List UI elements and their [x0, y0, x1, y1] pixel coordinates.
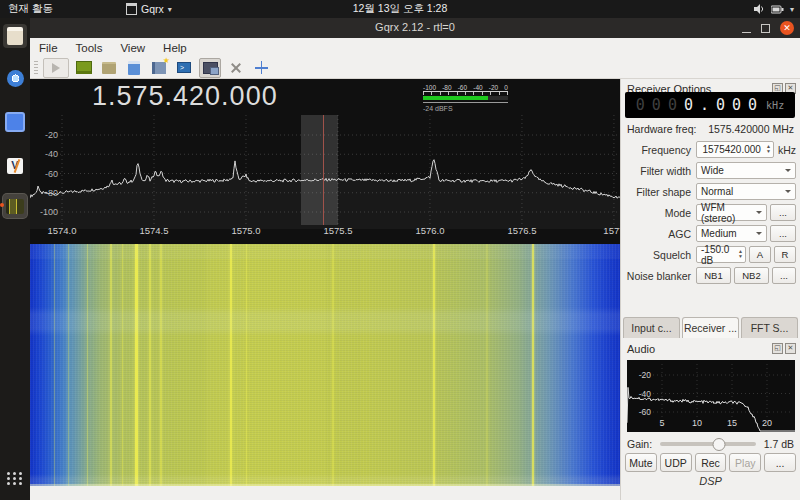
menu-tools[interactable]: Tools [67, 42, 112, 54]
tab-receiver-options[interactable]: Receiver ... [682, 317, 739, 338]
waterfall[interactable] [30, 244, 620, 486]
audio-y-axis-label: -60 [631, 407, 651, 417]
float-panel-icon[interactable]: ◱ [772, 343, 783, 354]
audio-spectrum-plot[interactable]: -20-40-605101520 [627, 360, 795, 432]
dock-item-gqrx[interactable] [3, 194, 27, 218]
rec-button[interactable]: Rec [695, 453, 727, 472]
restore-button[interactable] [761, 24, 770, 33]
io-devices-button[interactable] [74, 59, 94, 77]
agc-options-button[interactable]: ... [770, 225, 796, 242]
open-button[interactable] [99, 59, 119, 77]
minimize-button[interactable] [742, 32, 751, 33]
lcd-unit: kHz [766, 100, 784, 111]
vim-icon: V [7, 158, 23, 174]
chromium-icon [7, 70, 24, 87]
agc-select[interactable]: Medium [696, 225, 767, 242]
squelch-reset-button[interactable]: R [774, 246, 796, 263]
audio-x-axis-label: 15 [727, 418, 737, 428]
volume-icon [754, 4, 765, 14]
save-button[interactable] [124, 59, 144, 77]
desktop: 현재 활동 Gqrx ▾ 12월 13일 오후 1:28 ▾ V Gqrx 2.… [0, 0, 800, 500]
menu-file[interactable]: File [30, 42, 67, 54]
y-axis-label: -40 [32, 149, 58, 159]
gain-label: Gain: [627, 438, 652, 450]
hardware-freq-label: Hardware freq: [627, 123, 696, 135]
x-axis-label: 1576.5 [507, 225, 536, 236]
receiver-options-panel: Receiver Options ◱ ✕ 000 0.000 kHz Hardw… [620, 79, 800, 500]
filter-shape-select[interactable]: Normal [696, 183, 796, 200]
show-applications-button[interactable] [3, 466, 27, 490]
nb2-button[interactable]: NB2 [734, 267, 769, 284]
mode-select[interactable]: WFM (stereo) [696, 204, 767, 221]
nb1-button[interactable]: NB1 [696, 267, 731, 284]
y-axis-label: -80 [32, 188, 58, 198]
mute-button[interactable]: Mute [625, 453, 657, 472]
squelch-spinbox[interactable]: -150.0 dB▲▼ [696, 246, 746, 263]
mode-options-button[interactable]: ... [770, 204, 796, 221]
menu-help[interactable]: Help [154, 42, 196, 54]
dock-item-chromium[interactable] [3, 66, 27, 90]
dock: V [0, 18, 30, 500]
terminal-icon: > [177, 62, 191, 73]
clock[interactable]: 12월 13일 오후 1:28 [0, 2, 800, 16]
tab-input-controls[interactable]: Input c... [623, 317, 680, 338]
panadapter[interactable]: 1.575.420.000 -100-80-60-40-200 -24 dBFS… [30, 79, 620, 244]
menu-view[interactable]: View [111, 42, 154, 54]
play-button: Play [729, 453, 761, 472]
folder-icon [102, 62, 116, 74]
filter-shape-label: Filter shape [625, 186, 691, 198]
filter-bandwidth-band[interactable] [301, 115, 338, 225]
frequency-label: Frequency [625, 144, 691, 156]
nb-options-button[interactable]: ... [772, 267, 796, 284]
tuning-line[interactable] [323, 115, 324, 225]
offset-frequency-lcd[interactable]: 000 0.000 kHz [625, 92, 795, 118]
audio-panel-title: Audio [627, 343, 655, 355]
drag-handle[interactable] [34, 61, 38, 75]
frequency-spinbox[interactable]: 1575420.000▲▼ [696, 141, 774, 158]
dock-item-files[interactable] [3, 24, 27, 48]
fullscreen-button[interactable] [251, 59, 271, 77]
audio-y-axis-label: -40 [631, 389, 651, 399]
dock-tabs: Input c... Receiver ... FFT S... [623, 317, 798, 338]
audio-y-axis-label: -20 [631, 370, 651, 380]
noise-blanker-label: Noise blanker [625, 270, 691, 282]
x-axis-label: 1575.5 [323, 225, 352, 236]
frequency-unit: kHz [778, 144, 796, 156]
start-dsp-button[interactable] [43, 58, 69, 78]
agc-label: AGC [625, 228, 691, 240]
window-bottom-strip [30, 486, 620, 500]
bookmarks-button[interactable] [149, 59, 169, 77]
floppy-icon [128, 61, 140, 75]
dsp-label: DSP [621, 475, 800, 487]
audio-options-button[interactable]: ... [764, 453, 796, 472]
lcd-dim-digits: 000 [636, 96, 684, 114]
gqrx-icon [6, 199, 24, 214]
dock-item-software[interactable] [3, 110, 27, 134]
gain-row: Gain: 1.7 dB [627, 437, 794, 451]
tab-fft-settings[interactable]: FFT S... [741, 317, 798, 338]
x-axis-label: 1574.5 [139, 225, 168, 236]
gain-slider-handle[interactable] [713, 438, 726, 451]
monitor-icon [203, 62, 218, 74]
chip-icon [76, 61, 92, 74]
squelch-auto-button[interactable]: A [749, 246, 771, 263]
udp-button[interactable]: UDP [660, 453, 692, 472]
y-axis-label: -20 [32, 130, 58, 140]
close-panel-icon[interactable]: ✕ [785, 343, 796, 354]
tools-button[interactable] [226, 59, 246, 77]
gain-slider[interactable] [660, 442, 756, 446]
x-axis-label: 1574.0 [47, 225, 76, 236]
spectrum-window-button[interactable] [199, 58, 221, 78]
window-titlebar[interactable]: Gqrx 2.12 - rtl=0 ✕ [30, 18, 800, 38]
close-button[interactable]: ✕ [780, 21, 794, 35]
filter-width-select[interactable]: Wide [696, 162, 796, 179]
play-icon [52, 63, 60, 73]
audio-x-axis-label: 10 [692, 418, 702, 428]
main-content: 1.575.420.000 -100-80-60-40-200 -24 dBFS… [30, 79, 800, 500]
chevron-down-icon: ▾ [790, 5, 794, 14]
system-indicators[interactable]: ▾ [754, 4, 794, 14]
remote-control-button[interactable]: > [174, 59, 194, 77]
menu-bar: File Tools View Help [30, 38, 800, 57]
running-indicator [0, 203, 4, 207]
dock-item-vim[interactable]: V [3, 154, 27, 178]
